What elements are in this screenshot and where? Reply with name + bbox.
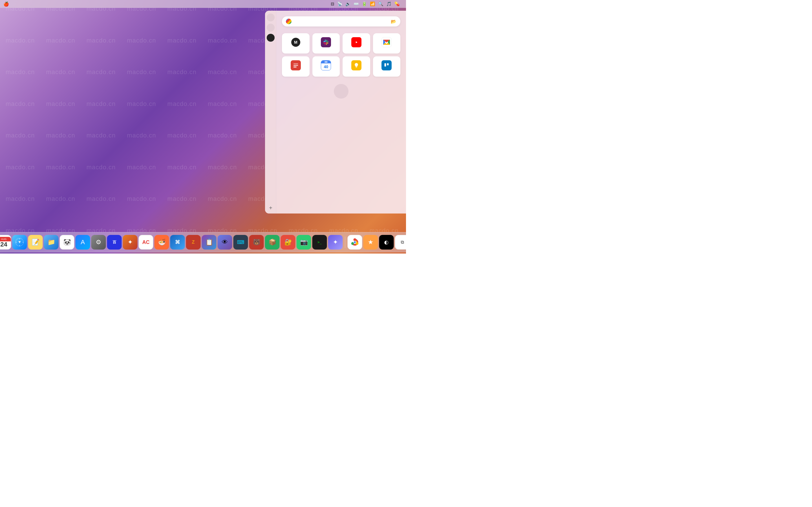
menubar-icon-6[interactable]: 📶 bbox=[370, 1, 375, 6]
dock-item-calendar[interactable]: AUG 24 bbox=[0, 235, 11, 249]
dock-item-bear[interactable]: 🐻 bbox=[249, 235, 264, 249]
menubar-icon-5[interactable]: 🔋 bbox=[362, 1, 367, 6]
strip-forward-btn[interactable] bbox=[267, 13, 274, 21]
fav-item-gkeep[interactable] bbox=[343, 56, 370, 76]
fav-icon-gkeep bbox=[351, 60, 361, 70]
search-bar: 📂 bbox=[282, 16, 400, 26]
dock-item-files[interactable]: 📁 bbox=[44, 235, 59, 249]
fav-icon-trello bbox=[382, 60, 392, 70]
dock-item-prefs[interactable]: ⚙ bbox=[91, 235, 106, 249]
menubar-icon-8[interactable]: 🎵 bbox=[386, 1, 392, 6]
dock-item-safari[interactable] bbox=[12, 235, 27, 249]
dock-item-camo[interactable]: 📷 bbox=[297, 235, 311, 249]
fav-icon-gmail bbox=[382, 37, 392, 47]
favourites-grid: M bbox=[282, 33, 400, 76]
menubar-icon-7[interactable]: 🔍 bbox=[378, 1, 384, 6]
panel-strip bbox=[265, 11, 276, 214]
svg-rect-1 bbox=[294, 64, 298, 64]
svg-rect-4 bbox=[385, 63, 386, 67]
desktop: // Generate watermark const wm = documen… bbox=[0, 0, 406, 253]
menubar-left: 🍎 bbox=[3, 1, 33, 7]
dock-item-chrome[interactable] bbox=[348, 235, 362, 249]
strip-more-btn[interactable] bbox=[267, 24, 274, 32]
add-favourite-button[interactable] bbox=[334, 84, 349, 99]
svg-rect-2 bbox=[294, 65, 298, 66]
menubar-right: ⊟ 📡 🔊 ⌨️ 🔋 📶 🔍 🎵 💊 bbox=[331, 1, 403, 6]
google-icon bbox=[286, 18, 292, 24]
dock-item-craft[interactable]: ✦ bbox=[123, 235, 138, 249]
menubar: 🍎 ⊟ 📡 🔊 ⌨️ 🔋 📶 🔍 🎵 💊 bbox=[0, 0, 406, 8]
plus-icon: + bbox=[269, 205, 272, 211]
fav-icon-slack bbox=[321, 37, 331, 47]
fav-item-gcal[interactable]: ◀ ▶ 40 bbox=[312, 56, 340, 76]
dock-item-appstore[interactable]: A bbox=[75, 235, 90, 249]
dock-item-keyboard[interactable]: ⌨ bbox=[234, 235, 248, 249]
dock-item-copy[interactable]: ⧉ bbox=[395, 235, 406, 249]
fav-icon-youtube bbox=[351, 37, 361, 47]
svg-point-19 bbox=[354, 241, 356, 243]
svg-rect-3 bbox=[294, 67, 297, 68]
panel-bottom-add[interactable]: + bbox=[265, 202, 276, 214]
apple-menu[interactable]: 🍎 bbox=[3, 1, 9, 7]
dock-item-notes[interactable]: 📝 bbox=[28, 235, 43, 249]
search-input[interactable] bbox=[294, 19, 388, 24]
strip-avatar[interactable] bbox=[267, 34, 274, 42]
fav-icon-gcal: ◀ ▶ 40 bbox=[321, 60, 331, 70]
fav-item-gmail[interactable] bbox=[373, 33, 401, 54]
sidebar-panel: 📂 M bbox=[265, 11, 406, 214]
menubar-icon-4[interactable]: ⌨️ bbox=[354, 1, 359, 6]
dock-item-xcode[interactable]: ⌘ bbox=[170, 235, 185, 249]
menubar-icon-2[interactable]: 📡 bbox=[337, 1, 343, 6]
dock-item-panda[interactable]: 🐼 bbox=[60, 235, 74, 249]
fav-icon-macdo: M bbox=[291, 37, 301, 47]
dock-item-preview[interactable]: 👁 bbox=[218, 235, 232, 249]
folder-icon[interactable]: 📂 bbox=[391, 19, 396, 24]
menubar-icon-3[interactable]: 🔊 bbox=[345, 1, 351, 6]
dock-separator bbox=[345, 237, 345, 248]
menubar-icon-1[interactable]: ⊟ bbox=[331, 1, 335, 6]
dock-item-filezilla[interactable]: Z bbox=[186, 235, 201, 249]
svg-rect-5 bbox=[387, 63, 389, 66]
fav-item-trello[interactable] bbox=[373, 56, 401, 76]
fav-item-youtube[interactable] bbox=[343, 33, 370, 54]
dock-item-authy[interactable]: 🔐 bbox=[281, 235, 296, 249]
fav-item-macdo[interactable]: M bbox=[282, 33, 310, 54]
dock-item-autocad[interactable]: AC bbox=[139, 235, 153, 249]
svg-point-15 bbox=[354, 238, 356, 241]
dock-item-clipboard[interactable]: 📋 bbox=[202, 235, 216, 249]
fav-icon-todoist bbox=[291, 60, 301, 70]
panel-content: 📂 M bbox=[276, 11, 406, 214]
dock-item-reeder[interactable]: ★ bbox=[363, 235, 378, 249]
fav-item-todoist[interactable] bbox=[282, 56, 310, 76]
dock-item-archive[interactable]: 📦 bbox=[265, 235, 280, 249]
dock: AUG 24 📝 📁 🐼 A ⚙ 百 bbox=[0, 232, 406, 252]
dock-item-notchmeister[interactable]: ◐ bbox=[379, 235, 394, 249]
menubar-icon-9[interactable]: 💊 bbox=[395, 1, 400, 6]
dock-item-food[interactable]: 🍜 bbox=[154, 235, 169, 249]
fav-item-slack[interactable] bbox=[312, 33, 340, 54]
dock-item-baidu[interactable]: 百 bbox=[107, 235, 122, 249]
dock-item-focusflo[interactable]: ✦ bbox=[328, 235, 343, 249]
dock-item-terminal[interactable]: >_ bbox=[312, 235, 327, 249]
